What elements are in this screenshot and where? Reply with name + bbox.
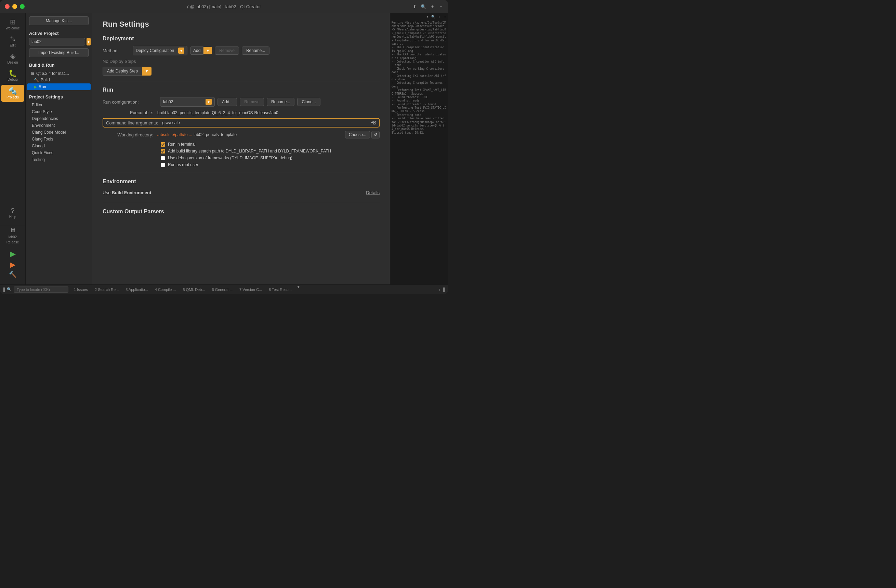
section-divider xyxy=(103,81,379,81)
dyld-lib-label: Add build library search path to DYLD_LI… xyxy=(168,149,331,154)
build-run-section: Build & Run 🖥 Qt 6.2.4 for mac... 🔨 Buil… xyxy=(26,61,92,90)
projects-icon: 🔩 xyxy=(9,87,17,94)
rename-button[interactable]: Rename... xyxy=(242,47,270,55)
run-section-header: Run xyxy=(103,87,379,93)
help-icon: ? xyxy=(11,207,14,214)
run-item[interactable]: ▶ Run xyxy=(27,84,91,90)
panel-icon-1[interactable]: ⬆ xyxy=(427,15,428,19)
share-icon[interactable]: ⬆ xyxy=(413,4,416,9)
edit-icon: ✎ xyxy=(10,35,16,43)
settings-dependencies[interactable]: Dependencies xyxy=(26,115,92,122)
sidebar-item-projects-label: Projects xyxy=(6,95,19,99)
settings-environment[interactable]: Environment xyxy=(26,122,92,129)
custom-parsers-header: Custom Output Parsers xyxy=(103,209,379,215)
run-in-terminal-label: Run in terminal xyxy=(168,142,196,147)
sidebar-item-design-label: Design xyxy=(7,61,18,64)
run-button[interactable]: ▶ xyxy=(10,250,16,259)
icon-sidebar: ⊞ Welcome ✎ Edit ◈ Design 🐛 Debug 🔩 Proj… xyxy=(0,13,26,285)
search-icon[interactable]: 🔍 xyxy=(421,4,426,9)
close-button[interactable] xyxy=(5,4,9,9)
plus-icon[interactable]: ＋ xyxy=(430,3,435,9)
panel-icon-3[interactable]: ＋ xyxy=(438,15,441,19)
bottom-tab-test[interactable]: 8 Test Resu... xyxy=(265,285,295,294)
bottom-tab-version[interactable]: 7 Version C... xyxy=(236,285,265,294)
bottom-tab-qml[interactable]: 5 QML Deb... xyxy=(179,285,208,294)
checkbox-debug-frameworks: Use debug version of frameworks (DYLD_IM… xyxy=(103,155,379,160)
build-button[interactable]: 🔨 xyxy=(9,271,17,278)
tabs-overflow-icon[interactable]: ▼ xyxy=(297,285,300,294)
run-in-terminal-checkbox[interactable] xyxy=(161,142,165,147)
project-name-arrow[interactable]: ▼ xyxy=(87,38,91,46)
env-use-row: Use Build Environment Details xyxy=(103,188,379,197)
add-button[interactable]: Add xyxy=(190,47,203,55)
run-add-button[interactable]: Add... xyxy=(218,98,237,106)
cmd-args-icon: ⁴B xyxy=(371,120,376,125)
sidebar-item-welcome[interactable]: ⊞ Welcome xyxy=(1,17,24,32)
bottom-tab-search[interactable]: 2 Search Re... xyxy=(91,285,122,294)
refresh-button[interactable]: ↺ xyxy=(372,131,379,139)
settings-code-style[interactable]: Code Style xyxy=(26,108,92,115)
no-deploy-steps-label: No Deploy Steps xyxy=(103,59,379,64)
settings-quick-fixes[interactable]: Quick Fixes xyxy=(26,149,92,156)
sidebar-item-edit[interactable]: ✎ Edit xyxy=(1,34,24,49)
run-config-combo[interactable]: lab02 ▼ xyxy=(160,97,215,107)
settings-editor[interactable]: Editor xyxy=(26,102,92,108)
add-deploy-step-button[interactable]: Add Deploy Step xyxy=(103,67,142,76)
add-dropdown-button[interactable]: ▼ xyxy=(203,47,212,54)
add-deploy-step-arrow[interactable]: ▼ xyxy=(142,67,151,76)
bottom-right: ↕ ▌ xyxy=(439,288,446,292)
run-label: Run xyxy=(39,84,46,89)
root-user-label: Run as root user xyxy=(168,162,198,167)
play-icon: ▶ xyxy=(34,84,37,89)
working-dir-name: lab02_pencils_template xyxy=(194,132,343,137)
bottom-tab-application[interactable]: 3 Applicatio... xyxy=(122,285,151,294)
import-build-button[interactable]: Import Existing Build... xyxy=(29,48,88,57)
minimize-button[interactable] xyxy=(12,4,17,9)
clone-button[interactable]: Clone... xyxy=(297,98,320,106)
cmd-args-input[interactable] xyxy=(162,120,369,125)
choose-button[interactable]: Choose... xyxy=(345,131,370,139)
settings-clang-code-model[interactable]: Clang Code Model xyxy=(26,129,92,136)
project-name-input[interactable] xyxy=(29,38,85,46)
kit-name-label: Qt 6.2.4 for mac... xyxy=(36,71,69,76)
debug-run-button[interactable]: ▶ xyxy=(10,260,15,269)
dyld-lib-checkbox[interactable] xyxy=(161,149,165,154)
hammer-icon: 🔨 xyxy=(34,78,39,82)
terminal-output: Running /Users/zzheng/Qt/Tools/CMake/CMa… xyxy=(392,21,446,135)
debug-frameworks-checkbox[interactable] xyxy=(161,156,165,160)
settings-clang-tools[interactable]: Clang Tools xyxy=(26,136,92,143)
bottom-tab-general[interactable]: 6 General ... xyxy=(209,285,236,294)
method-row: Method: Deploy Configuration ▼ Add ▼ Rem… xyxy=(103,46,379,55)
project-name-row: ▼ xyxy=(29,38,88,46)
deploy-config-combo[interactable]: Deploy Configuration ▼ xyxy=(133,46,187,55)
panel-icon-4[interactable]: － xyxy=(443,15,446,19)
bottom-sidebar-icon[interactable]: ▌ xyxy=(443,288,446,292)
remove-button: Remove xyxy=(215,47,239,55)
sidebar-toggle-icon[interactable]: ▐ xyxy=(2,288,5,292)
working-dir-path: /absolute/path/to ... xyxy=(157,132,192,137)
sidebar-item-debug[interactable]: 🐛 Debug xyxy=(1,68,24,84)
root-user-checkbox[interactable] xyxy=(161,163,165,167)
build-item[interactable]: 🔨 Build xyxy=(26,76,92,84)
panel-icon-2[interactable]: 🔍 xyxy=(431,15,435,19)
cmd-args-row: Command line arguments: ⁴B xyxy=(103,118,379,128)
bottom-tab-compile[interactable]: 4 Compile ... xyxy=(151,285,180,294)
bottom-arrow-icon[interactable]: ↕ xyxy=(439,288,441,292)
details-link[interactable]: Details xyxy=(366,190,379,195)
maximize-button[interactable] xyxy=(20,4,24,9)
sidebar-item-help[interactable]: ? Help xyxy=(1,205,24,221)
settings-testing[interactable]: Testing xyxy=(26,156,92,163)
add-button-group: Add ▼ xyxy=(190,47,212,55)
sidebar-item-projects[interactable]: 🔩 Projects xyxy=(1,85,24,102)
traffic-lights xyxy=(5,4,24,9)
minus-icon[interactable]: － xyxy=(439,3,443,9)
manage-kits-button[interactable]: Manage Kits... xyxy=(29,17,88,25)
executable-value: build-lab02_pencils_template-Qt_6_2_4_fo… xyxy=(157,110,379,115)
sidebar-item-design[interactable]: ◈ Design xyxy=(1,50,24,66)
search-bar[interactable] xyxy=(14,286,69,292)
settings-clangd[interactable]: Clangd xyxy=(26,143,92,149)
bottom-tabs: 1 Issues 2 Search Re... 3 Applicatio... … xyxy=(70,285,439,294)
bottom-tab-issues[interactable]: 1 Issues xyxy=(70,285,91,294)
run-rename-button[interactable]: Rename... xyxy=(267,98,294,106)
bottom-bar: ▐ 🔍 1 Issues 2 Search Re... 3 Applicatio… xyxy=(0,285,448,294)
